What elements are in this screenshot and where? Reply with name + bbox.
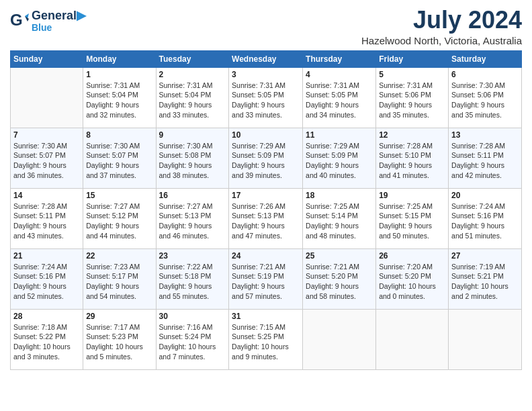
day-number: 28 [13, 312, 80, 321]
calendar-cell: 19Sunrise: 7:25 AMSunset: 5:15 PMDayligh… [376, 188, 449, 248]
calendar-cell: 7Sunrise: 7:30 AMSunset: 5:07 PMDaylight… [11, 128, 83, 188]
day-number: 16 [159, 191, 226, 200]
week-row-3: 14Sunrise: 7:28 AMSunset: 5:11 PMDayligh… [11, 188, 522, 248]
day-detail: Sunrise: 7:31 AMSunset: 5:04 PMDaylight:… [159, 81, 226, 120]
day-number: 17 [232, 191, 300, 200]
week-row-1: 1Sunrise: 7:31 AMSunset: 5:04 PMDaylight… [11, 67, 522, 128]
calendar-cell: 6Sunrise: 7:30 AMSunset: 5:06 PMDaylight… [449, 67, 522, 128]
week-row-5: 28Sunrise: 7:18 AMSunset: 5:22 PMDayligh… [11, 309, 522, 369]
weekday-header-wednesday: Wednesday [229, 50, 303, 67]
day-number: 30 [159, 312, 226, 321]
day-detail: Sunrise: 7:18 AMSunset: 5:22 PMDaylight:… [13, 322, 80, 362]
logo-text: General▶ Blue [32, 9, 86, 33]
calendar-cell [376, 309, 449, 369]
day-detail: Sunrise: 7:20 AMSunset: 5:20 PMDaylight:… [379, 262, 445, 302]
weekday-header-thursday: Thursday [303, 50, 376, 67]
weekday-header-tuesday: Tuesday [156, 50, 229, 67]
calendar-cell: 15Sunrise: 7:27 AMSunset: 5:12 PMDayligh… [83, 188, 156, 248]
day-number: 5 [379, 70, 445, 79]
day-detail: Sunrise: 7:31 AMSunset: 5:04 PMDaylight:… [86, 81, 152, 120]
day-detail: Sunrise: 7:15 AMSunset: 5:25 PMDaylight:… [232, 322, 300, 362]
day-number: 29 [86, 312, 152, 321]
calendar-cell: 31Sunrise: 7:15 AMSunset: 5:25 PMDayligh… [229, 309, 303, 369]
weekday-header-sunday: Sunday [11, 50, 83, 67]
day-number: 31 [232, 312, 300, 321]
calendar-cell: 18Sunrise: 7:25 AMSunset: 5:14 PMDayligh… [303, 188, 376, 248]
calendar-cell: 23Sunrise: 7:22 AMSunset: 5:18 PMDayligh… [156, 248, 229, 309]
calendar-cell: 4Sunrise: 7:31 AMSunset: 5:05 PMDaylight… [303, 67, 376, 128]
calendar-cell [303, 309, 376, 369]
calendar-cell: 20Sunrise: 7:24 AMSunset: 5:16 PMDayligh… [449, 188, 522, 248]
logo: G General▶ Blue [10, 9, 86, 33]
day-detail: Sunrise: 7:30 AMSunset: 5:07 PMDaylight:… [86, 141, 152, 181]
svg-text:G: G [10, 12, 23, 29]
day-number: 26 [379, 251, 445, 261]
calendar-cell: 8Sunrise: 7:30 AMSunset: 5:07 PMDaylight… [83, 128, 156, 188]
calendar-cell: 5Sunrise: 7:31 AMSunset: 5:06 PMDaylight… [376, 67, 449, 128]
calendar-cell: 13Sunrise: 7:28 AMSunset: 5:11 PMDayligh… [449, 128, 522, 188]
calendar-cell: 24Sunrise: 7:21 AMSunset: 5:19 PMDayligh… [229, 248, 303, 309]
day-number: 19 [379, 191, 445, 200]
day-detail: Sunrise: 7:31 AMSunset: 5:05 PMDaylight:… [306, 81, 373, 120]
day-number: 22 [86, 251, 152, 261]
day-detail: Sunrise: 7:30 AMSunset: 5:07 PMDaylight:… [13, 141, 80, 181]
day-detail: Sunrise: 7:17 AMSunset: 5:23 PMDaylight:… [86, 322, 152, 362]
day-number: 9 [159, 130, 226, 140]
logo-icon: G [10, 12, 29, 31]
day-number: 10 [232, 130, 300, 140]
day-number: 27 [451, 251, 519, 261]
day-detail: Sunrise: 7:29 AMSunset: 5:09 PMDaylight:… [306, 141, 373, 181]
calendar-cell: 30Sunrise: 7:16 AMSunset: 5:24 PMDayligh… [156, 309, 229, 369]
calendar-cell: 22Sunrise: 7:23 AMSunset: 5:17 PMDayligh… [83, 248, 156, 309]
calendar-cell: 10Sunrise: 7:29 AMSunset: 5:09 PMDayligh… [229, 128, 303, 188]
calendar-cell: 29Sunrise: 7:17 AMSunset: 5:23 PMDayligh… [83, 309, 156, 369]
day-number: 4 [306, 70, 373, 79]
day-number: 11 [306, 130, 373, 140]
day-detail: Sunrise: 7:27 AMSunset: 5:13 PMDaylight:… [159, 201, 226, 241]
day-number: 18 [306, 191, 373, 200]
day-number: 12 [379, 130, 445, 140]
day-number: 6 [451, 70, 519, 79]
day-detail: Sunrise: 7:31 AMSunset: 5:06 PMDaylight:… [379, 81, 445, 120]
calendar-cell: 21Sunrise: 7:24 AMSunset: 5:16 PMDayligh… [11, 248, 83, 309]
day-detail: Sunrise: 7:28 AMSunset: 5:10 PMDaylight:… [379, 141, 445, 181]
weekday-header-saturday: Saturday [449, 50, 522, 67]
page-header: G General▶ Blue July 2024 Hazelwood Nort… [10, 7, 522, 46]
day-detail: Sunrise: 7:29 AMSunset: 5:09 PMDaylight:… [232, 141, 300, 181]
calendar-cell: 2Sunrise: 7:31 AMSunset: 5:04 PMDaylight… [156, 67, 229, 128]
calendar-cell: 14Sunrise: 7:28 AMSunset: 5:11 PMDayligh… [11, 188, 83, 248]
calendar-cell: 27Sunrise: 7:19 AMSunset: 5:21 PMDayligh… [449, 248, 522, 309]
day-detail: Sunrise: 7:24 AMSunset: 5:16 PMDaylight:… [13, 262, 80, 302]
day-number: 8 [86, 130, 152, 140]
calendar-cell: 1Sunrise: 7:31 AMSunset: 5:04 PMDaylight… [83, 67, 156, 128]
day-detail: Sunrise: 7:21 AMSunset: 5:20 PMDaylight:… [306, 262, 373, 302]
calendar-cell: 17Sunrise: 7:26 AMSunset: 5:13 PMDayligh… [229, 188, 303, 248]
week-row-4: 21Sunrise: 7:24 AMSunset: 5:16 PMDayligh… [11, 248, 522, 309]
calendar-cell: 11Sunrise: 7:29 AMSunset: 5:09 PMDayligh… [303, 128, 376, 188]
day-number: 25 [306, 251, 373, 261]
day-number: 1 [86, 70, 152, 79]
day-detail: Sunrise: 7:19 AMSunset: 5:21 PMDaylight:… [451, 262, 519, 302]
day-number: 13 [451, 130, 519, 140]
calendar-cell [449, 309, 522, 369]
calendar-cell: 16Sunrise: 7:27 AMSunset: 5:13 PMDayligh… [156, 188, 229, 248]
day-detail: Sunrise: 7:24 AMSunset: 5:16 PMDaylight:… [451, 201, 519, 241]
month-title: July 2024 [361, 7, 522, 34]
day-detail: Sunrise: 7:21 AMSunset: 5:19 PMDaylight:… [232, 262, 300, 302]
day-detail: Sunrise: 7:28 AMSunset: 5:11 PMDaylight:… [451, 141, 519, 181]
day-detail: Sunrise: 7:26 AMSunset: 5:13 PMDaylight:… [232, 201, 300, 241]
calendar-cell: 28Sunrise: 7:18 AMSunset: 5:22 PMDayligh… [11, 309, 83, 369]
weekday-header-row: SundayMondayTuesdayWednesdayThursdayFrid… [11, 50, 522, 67]
weekday-header-monday: Monday [83, 50, 156, 67]
day-detail: Sunrise: 7:22 AMSunset: 5:18 PMDaylight:… [159, 262, 226, 302]
day-detail: Sunrise: 7:27 AMSunset: 5:12 PMDaylight:… [86, 201, 152, 241]
day-number: 23 [159, 251, 226, 261]
day-number: 2 [159, 70, 226, 79]
calendar-cell: 25Sunrise: 7:21 AMSunset: 5:20 PMDayligh… [303, 248, 376, 309]
day-number: 20 [451, 191, 519, 200]
week-row-2: 7Sunrise: 7:30 AMSunset: 5:07 PMDaylight… [11, 128, 522, 188]
day-detail: Sunrise: 7:28 AMSunset: 5:11 PMDaylight:… [13, 201, 80, 241]
title-area: July 2024 Hazelwood North, Victoria, Aus… [361, 7, 522, 46]
day-detail: Sunrise: 7:30 AMSunset: 5:06 PMDaylight:… [451, 81, 519, 120]
day-detail: Sunrise: 7:25 AMSunset: 5:15 PMDaylight:… [379, 201, 445, 241]
